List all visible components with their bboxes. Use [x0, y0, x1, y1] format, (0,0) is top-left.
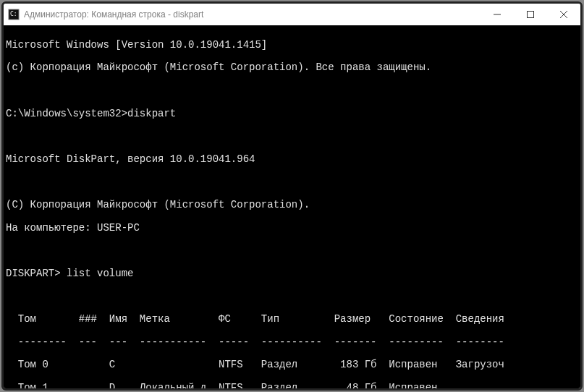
- output-line: DISKPART> list volume: [6, 268, 580, 280]
- window-title: Администратор: Командная строка - diskpa…: [24, 9, 481, 20]
- terminal-output[interactable]: Microsoft Windows [Version 10.0.19041.14…: [4, 25, 580, 388]
- output-line: Microsoft DiskPart, версия 10.0.19041.96…: [6, 154, 580, 166]
- table-row: Том 1 D Локальный д NTFS Раздел 48 Гб Ис…: [6, 383, 580, 388]
- table-separator: -------- --- --- ----------- ----- -----…: [6, 337, 580, 349]
- output-line: [6, 131, 580, 142]
- output-line: [6, 291, 580, 302]
- output-line: [6, 85, 580, 97]
- window-controls: [481, 4, 580, 25]
- close-button[interactable]: [547, 4, 580, 25]
- table-header: Том ### Имя Метка ФС Тип Размер Состояни…: [6, 314, 580, 325]
- output-line: (c) Корпорация Майкрософт (Microsoft Cor…: [6, 62, 580, 74]
- svg-text:C:: C:: [10, 11, 17, 17]
- cmd-icon: C:: [8, 9, 20, 20]
- minimize-button[interactable]: [481, 4, 514, 25]
- output-line: На компьютере: USER-PC: [6, 223, 580, 234]
- titlebar[interactable]: C: Администратор: Командная строка - dis…: [4, 4, 580, 25]
- output-line: [6, 176, 580, 188]
- output-line: (C) Корпорация Майкрософт (Microsoft Cor…: [6, 200, 580, 211]
- output-line: [6, 245, 580, 257]
- maximize-button[interactable]: [514, 4, 547, 25]
- cmd-window: C: Администратор: Командная строка - dis…: [1, 1, 583, 391]
- table-row: Том 0 C NTFS Раздел 183 Гб Исправен Загр…: [6, 359, 580, 371]
- output-line: C:\Windows\system32>diskpart: [6, 108, 580, 120]
- svg-rect-3: [528, 12, 534, 18]
- output-line: Microsoft Windows [Version 10.0.19041.14…: [6, 40, 580, 51]
